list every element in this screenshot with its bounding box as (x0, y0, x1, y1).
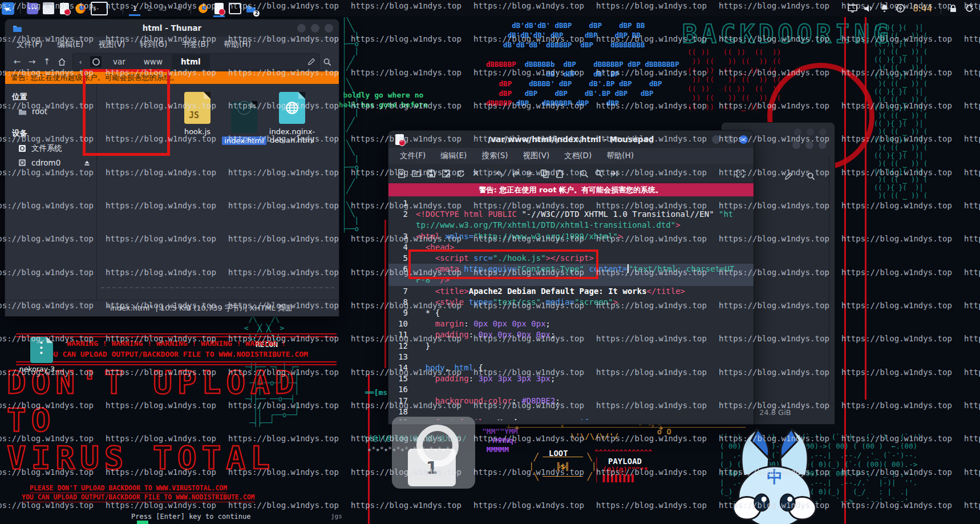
breadcrumb-www[interactable]: www (135, 54, 172, 69)
watermark-text: https://blog.w1ndys.top (596, 101, 707, 110)
menu-view[interactable]: 视图(V) (523, 151, 550, 161)
workspace-2[interactable]: 2 (142, 2, 157, 14)
pathbar-root-icon[interactable] (90, 56, 102, 67)
eject-icon[interactable] (83, 159, 91, 167)
running-mousepad[interactable] (213, 2, 225, 15)
watermark-text: https://blog.w1ndys.top (351, 68, 461, 77)
volume-icon[interactable] (862, 2, 874, 15)
menu-file[interactable]: 文件(F) (17, 39, 42, 50)
close-document-button[interactable]: ✕ (468, 166, 483, 181)
power-manager-icon[interactable] (894, 2, 906, 15)
toggle-path-entry-pencil-icon[interactable] (784, 172, 793, 180)
thunar-menubar: 文件(F)编辑(E)视图(V)转到(G)书签(B)帮助(H) (5, 37, 339, 53)
sidebar-item-cdrom0[interactable]: cdrom0 (5, 156, 96, 170)
save-button[interactable] (424, 166, 439, 181)
up-button[interactable]: ↑ (39, 54, 54, 69)
go-to-line-button[interactable] (606, 166, 621, 181)
launcher-filemanager[interactable] (42, 2, 55, 15)
code-editor[interactable]: 1 2<!DOCTYPE html PUBLIC "-//W3C//DTD XH… (388, 196, 754, 420)
menu-search[interactable]: 搜索(S) (481, 151, 508, 161)
toggle-path-entry-pencil-icon[interactable] (304, 54, 319, 69)
running-firefox[interactable] (197, 2, 209, 15)
minimize-button[interactable] (794, 128, 801, 136)
text-editor-icon (214, 3, 224, 14)
desktop-icon-nekoray[interactable]: nekoray-3.... (16, 337, 67, 373)
panel-clock[interactable]: 8:44 (913, 3, 932, 14)
notifications-bell-icon[interactable] (878, 2, 890, 15)
launcher-terminal[interactable]: $- (90, 2, 108, 15)
mousepad-menubar: 文件(F)编辑(E)搜索(S)视图(V)文档(D)帮助(H) (388, 148, 754, 164)
launcher-texteditor[interactable] (58, 2, 71, 15)
firefox-icon (198, 3, 208, 14)
workspace-1[interactable]: 1 (127, 2, 142, 14)
running-terminal[interactable] (229, 2, 241, 15)
paste-button[interactable] (552, 166, 567, 181)
menu-file[interactable]: 文件(F) (400, 151, 426, 161)
close-button[interactable]: ✕ (739, 135, 748, 144)
menu-edit[interactable]: 编辑(E) (440, 151, 467, 161)
menu-document[interactable]: 文档(D) (564, 151, 592, 161)
close-button[interactable] (325, 24, 333, 33)
maximize-button[interactable] (807, 128, 814, 136)
sidebar-item-root[interactable]: root (5, 104, 96, 118)
file-hook.js[interactable]: hook.js (171, 92, 224, 136)
sidebar-item-filesystem[interactable]: 文件系统 (5, 141, 96, 156)
cut-button[interactable]: ✂ (523, 166, 537, 181)
forward-button[interactable]: → (25, 54, 39, 69)
file-index.nginx-debian.html[interactable]: index.nginx-debian.html (266, 92, 318, 144)
terminal-dropdown-chevron-icon[interactable]: ⌄ (112, 5, 117, 12)
display-settings-icon[interactable] (846, 2, 858, 15)
code-line-9: 9 * { (388, 308, 754, 319)
open-file-button[interactable] (409, 166, 424, 181)
redo-button[interactable] (508, 166, 523, 181)
logout-refresh-icon[interactable] (963, 2, 975, 15)
kali-menu-button[interactable] (2, 2, 14, 15)
mousepad-window: /var/www/html/index.html - Mousepad ✕ 文件… (388, 130, 754, 425)
menu-bookmarks[interactable]: 书签(B) (182, 39, 209, 50)
file-index.html[interactable]: index.html (218, 92, 270, 145)
find-button[interactable] (577, 166, 592, 181)
home-button[interactable] (54, 54, 69, 69)
menu-help[interactable]: 帮助(H) (606, 151, 634, 161)
undo-button[interactable] (493, 166, 508, 181)
watermark-text: https://blog.w1ndys.top (841, 68, 952, 77)
watermark-text: https://blog.w1ndys.top (841, 368, 952, 377)
menu-view[interactable]: 视图(V) (98, 39, 125, 50)
back-button[interactable]: ← (10, 54, 25, 69)
lock-screen-icon[interactable] (947, 2, 959, 15)
minimize-button[interactable] (712, 135, 720, 144)
fullscreen-button[interactable] (733, 166, 748, 181)
maximize-button[interactable] (311, 24, 319, 33)
search-icon[interactable] (807, 172, 815, 180)
crumb-scroll-left-chevron-icon[interactable]: ‹ (73, 54, 88, 69)
close-button[interactable] (819, 128, 827, 136)
menu-go[interactable]: 转到(G) (140, 39, 167, 50)
breadcrumb-html[interactable]: html (172, 54, 210, 69)
minimize-button[interactable] (297, 24, 306, 33)
line-number: 6 (388, 264, 408, 275)
workspace-4[interactable]: 4 (172, 2, 187, 14)
menu-edit[interactable]: 编辑(E) (57, 39, 83, 50)
save-as-button[interactable] (439, 166, 453, 181)
running-filemanager[interactable]: 2 (245, 2, 257, 15)
launcher-firefox[interactable] (74, 2, 87, 15)
line-number: 2 (388, 209, 408, 220)
mousepad-titlebar[interactable]: /var/www/html/index.html - Mousepad ✕ (388, 131, 754, 148)
breadcrumb-var[interactable]: var (104, 54, 135, 69)
maximize-button[interactable] (805, 141, 813, 149)
maximize-button[interactable] (726, 135, 734, 144)
menu-help[interactable]: 帮助(H) (224, 39, 251, 50)
thunar-titlebar[interactable]: html - Thunar (5, 19, 339, 37)
launcher-files[interactable]: ••• (26, 2, 39, 15)
minimize-button[interactable] (792, 141, 800, 149)
find-replace-button[interactable] (592, 166, 606, 181)
workspace-3[interactable]: 3 (157, 2, 172, 14)
copy-button[interactable] (537, 166, 552, 181)
new-document-button[interactable] (394, 166, 409, 181)
code-line-15: 15 padding: 3px 3px 3px 3px; (388, 373, 754, 384)
reload-button[interactable] (453, 166, 468, 181)
close-button[interactable] (819, 141, 827, 149)
search-button[interactable] (319, 54, 334, 69)
thunar-file-view[interactable]: hook.jsindex.htmlindex.nginx-debian.html (97, 84, 339, 301)
watermark-text: https://blog.w1ndys.top (473, 434, 584, 443)
